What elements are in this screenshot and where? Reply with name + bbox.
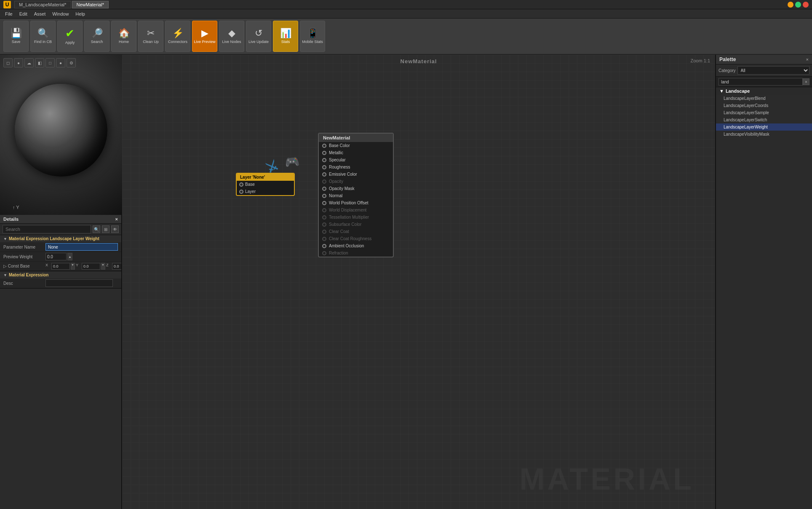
- tab-landscape[interactable]: M_LandscapeMaterial*: [14, 1, 71, 8]
- menu-edit[interactable]: Edit: [16, 11, 31, 17]
- coord-y-label: Y: [76, 263, 81, 270]
- nm-pin-circle-2: [322, 158, 326, 162]
- newmaterial-node[interactable]: NewMaterial Base Color Metallic Specular…: [318, 133, 394, 257]
- prop-input-desc[interactable]: [45, 279, 113, 287]
- prop-input-param-name[interactable]: [45, 243, 118, 251]
- window-controls: [788, 2, 809, 8]
- prop-label-desc: Desc: [3, 281, 45, 286]
- details-search-input[interactable]: [3, 225, 91, 233]
- close-btn[interactable]: [803, 2, 809, 8]
- palette-item-3[interactable]: LandscapeLayerSwitch: [716, 116, 812, 123]
- section-material-expression-header[interactable]: ▼ Material Expression Landscape Layer We…: [0, 235, 121, 242]
- nm-pin-circle-3: [322, 165, 326, 169]
- canvas-title: NewMaterial: [122, 55, 715, 68]
- nm-pin-emissive: Emissive Color: [319, 171, 393, 178]
- palette-item-4[interactable]: LandscapeLayerWeight: [716, 123, 812, 131]
- nm-pin-subsurface: Subsurface Color: [319, 221, 393, 228]
- connectors-icon: ⚡: [172, 29, 184, 38]
- search-button[interactable]: 🔎 Search: [84, 21, 110, 52]
- preview-tb-square[interactable]: ◻: [3, 58, 13, 67]
- nm-pin-circle-9: [322, 208, 326, 212]
- prop-row-const-base: ▷ Const Base X ▼ Y ▼ Z ▼: [0, 262, 121, 271]
- preview-tb-gear[interactable]: ⚙: [67, 58, 76, 67]
- menu-asset[interactable]: Asset: [31, 11, 49, 17]
- save-button[interactable]: 💾 Save: [3, 21, 29, 52]
- preview-tb-cloud[interactable]: ☁: [24, 58, 34, 67]
- nm-pin-specular: Specular: [319, 156, 393, 163]
- find-in-cb-button[interactable]: 🔍 Find in CB: [30, 21, 56, 52]
- landscape-node[interactable]: Layer 'None' Base Layer: [236, 173, 295, 196]
- section-arrow2: ▼: [3, 273, 7, 277]
- palette-category-arrow: ▼: [719, 88, 724, 94]
- const-base-coords: X ▼ Y ▼ Z ▼: [45, 263, 121, 270]
- palette-search-input[interactable]: [719, 78, 803, 86]
- nm-pin-base-color: Base Color: [319, 142, 393, 149]
- details-eye-icon[interactable]: 👁: [111, 225, 119, 233]
- palette-search-row: ×: [716, 77, 812, 87]
- nm-pin-circle-13: [322, 237, 326, 241]
- details-title: Details: [3, 217, 19, 222]
- coord-x-spin[interactable]: ▼: [71, 263, 75, 270]
- preview-tb-box[interactable]: □: [45, 58, 55, 67]
- nm-pin-opacity: Opacity: [319, 178, 393, 185]
- coord-y-input[interactable]: [82, 263, 100, 270]
- palette-close-btn[interactable]: ×: [806, 57, 809, 62]
- preview-tb-sphere[interactable]: ●: [14, 58, 23, 67]
- preview-weight-spin-up[interactable]: ▲: [67, 253, 72, 260]
- nm-pin-circle-5: [322, 179, 326, 184]
- preview-tb-left[interactable]: ◧: [35, 58, 44, 67]
- coord-x-input[interactable]: [51, 263, 70, 270]
- canvas-area[interactable]: NewMaterial Zoom 1:1 Layer 'None' Base L…: [122, 55, 715, 509]
- connectors-button[interactable]: ⚡ Connectors: [165, 21, 190, 52]
- palette-item-1[interactable]: LandscapeLayerCoords: [716, 102, 812, 109]
- tab-newmaterial[interactable]: NewMaterial*: [72, 1, 109, 8]
- coord-y-spin[interactable]: ▼: [101, 263, 105, 270]
- details-close-btn[interactable]: ×: [115, 217, 118, 222]
- details-search-icon[interactable]: 🔍: [93, 225, 100, 233]
- nm-pin-circle-8: [322, 201, 326, 205]
- nm-pin-world-disp: World Displacement: [319, 206, 393, 214]
- nm-pin-refraction: Refraction: [319, 249, 393, 257]
- live-update-button[interactable]: ↺ Live Update: [246, 21, 271, 52]
- palette-item-5[interactable]: LandscapeVisibilityMask: [716, 131, 812, 138]
- home-button[interactable]: 🏠 Home: [111, 21, 136, 52]
- palette-item-0[interactable]: LandscapeLayerBlend: [716, 95, 812, 102]
- section-material-expr-header[interactable]: ▼ Material Expression: [0, 271, 121, 279]
- mobile-stats-button[interactable]: 📱 Mobile Stats: [300, 21, 325, 52]
- live-preview-button[interactable]: ▶ Live Preview: [192, 21, 217, 52]
- palette-tree: ▼ Landscape LandscapeLayerBlend Landscap…: [716, 87, 812, 509]
- minimize-btn[interactable]: [788, 2, 793, 8]
- stats-button[interactable]: 📊 Stats: [273, 21, 298, 52]
- apply-button[interactable]: ✔ Apply: [57, 21, 83, 52]
- nm-pin-normal: Normal: [319, 192, 393, 199]
- maximize-btn[interactable]: [795, 2, 801, 8]
- pin-circle-base: [239, 182, 243, 187]
- palette-category-select[interactable]: All: [737, 66, 809, 75]
- prop-label-param-name: Parameter Name: [3, 245, 45, 249]
- palette-item-2[interactable]: LandscapeLayerSample: [716, 109, 812, 116]
- menu-file[interactable]: File: [2, 11, 16, 17]
- preview-toolbar: ◻ ● ☁ ◧ □ ● ⚙: [3, 58, 76, 67]
- menu-window[interactable]: Window: [49, 11, 72, 17]
- home-icon: 🏠: [118, 29, 130, 38]
- details-search-bar: 🔍 ⊞ 👁: [0, 224, 121, 235]
- clean-icon: ✂: [147, 29, 155, 38]
- nm-pin-circle-11: [322, 222, 326, 227]
- clean-up-button[interactable]: ✂ Clean Up: [138, 21, 163, 52]
- nm-pin-clear-coat-rough: Clear Coat Roughness: [319, 235, 393, 242]
- prop-label-const-base: ▷ Const Base: [3, 264, 45, 268]
- menu-help[interactable]: Help: [72, 11, 88, 17]
- palette-clear-btn[interactable]: ×: [803, 78, 809, 85]
- live-nodes-icon: ◆: [228, 29, 235, 38]
- coord-z-input[interactable]: [112, 263, 121, 270]
- find-icon: 🔍: [37, 29, 49, 38]
- palette-category-landscape[interactable]: ▼ Landscape: [716, 87, 812, 95]
- details-grid-icon[interactable]: ⊞: [102, 225, 110, 233]
- coord-z-label: Z: [106, 263, 111, 270]
- prop-input-preview-weight[interactable]: [45, 253, 67, 260]
- landscape-node-container[interactable]: Layer 'None' Base Layer: [236, 173, 295, 196]
- preview-tb-circle[interactable]: ●: [56, 58, 65, 67]
- main-layout: ◻ ● ☁ ◧ □ ● ⚙ ↑ Y Details × 🔍 ⊞: [0, 55, 812, 509]
- live-nodes-button[interactable]: ◆ Live Nodes: [219, 21, 244, 52]
- node-pin-layer: Layer: [237, 188, 294, 195]
